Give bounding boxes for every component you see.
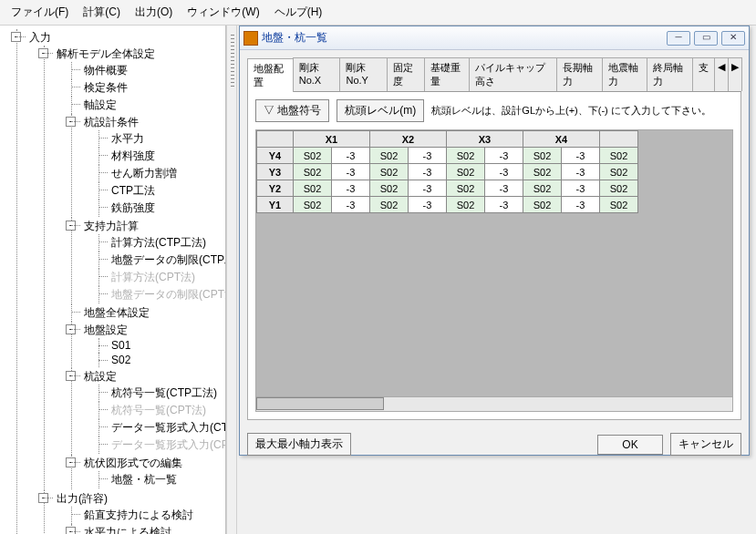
- h-scrollbar[interactable]: [255, 397, 733, 412]
- tab-scroll-left[interactable]: ◀: [714, 57, 729, 91]
- dialog: 地盤・杭一覧 ─ ▭ ✕ 地盤配置 剛床No.X 剛床No.Y 固定度 基礎重量…: [239, 26, 750, 456]
- col-x3: X3: [447, 131, 523, 148]
- tab-9[interactable]: 支: [692, 57, 715, 91]
- tab-4[interactable]: 基礎重量: [424, 57, 471, 91]
- tab-strip: 地盤配置 剛床No.X 剛床No.Y 固定度 基礎重量 パイルキャップ高さ 長期…: [247, 57, 741, 92]
- app-icon: [243, 31, 258, 46]
- tab-2[interactable]: 剛床No.Y: [339, 57, 388, 91]
- tree-pilelist2: 杭符号一覧(CPT法): [98, 402, 223, 419]
- menu-window[interactable]: ウィンドウ(W): [181, 3, 264, 22]
- menu-calc[interactable]: 計算(C): [78, 3, 126, 22]
- dialog-title: 地盤・杭一覧: [262, 30, 663, 46]
- ok-button[interactable]: OK: [597, 435, 663, 455]
- tab-7[interactable]: 地震軸力: [602, 57, 648, 91]
- maxmin-button[interactable]: 最大最小軸力表示: [247, 433, 351, 456]
- tree-hcheck[interactable]: -水平力による検討 検定表 曲げモーメント 検定表 せん断力 検定表 杭頭接合部…: [71, 524, 223, 534]
- tree-blimit2: 地盤データの制限(CPT法): [98, 286, 223, 303]
- menu-file[interactable]: ファイル(F): [5, 3, 74, 22]
- soil-sign-button[interactable]: ▽ 地盤符号: [255, 99, 329, 122]
- tab-8[interactable]: 終局軸力: [647, 57, 693, 91]
- close-button[interactable]: ✕: [721, 31, 745, 46]
- tree-ctp[interactable]: CTP工法: [98, 182, 223, 200]
- tree-hforce[interactable]: 水平力: [98, 130, 223, 148]
- menubar: ファイル(F) 計算(C) 出力(O) ウィンドウ(W) ヘルプ(H): [0, 0, 756, 26]
- menu-help[interactable]: ヘルプ(H): [269, 3, 328, 22]
- tab-1[interactable]: 剛床No.X: [293, 57, 341, 91]
- tree-bcmethod[interactable]: 計算方法(CTP工法): [98, 234, 223, 252]
- pile-level-button[interactable]: 杭頭レベル(m): [337, 99, 424, 122]
- table-row: Y3S02-3S02-3S02-3S02-3S02: [257, 164, 638, 180]
- tree-layoutedit[interactable]: -杭伏図形式での編集 地盤・杭一覧: [71, 455, 223, 489]
- tab-6[interactable]: 長期軸力: [556, 57, 603, 91]
- minimize-button[interactable]: ─: [667, 31, 690, 46]
- tree-prop[interactable]: 物件概要: [71, 62, 223, 79]
- tree-bcmethod2: 計算方法(CPT法): [98, 269, 223, 286]
- tree-dataform[interactable]: データ一覧形式入力(CTP工法): [98, 419, 223, 436]
- tree-pileset[interactable]: -杭設定 杭符号一覧(CTP工法) 杭符号一覧(CPT法) データ一覧形式入力(…: [71, 368, 223, 455]
- menu-output[interactable]: 出力(O): [129, 3, 178, 22]
- col-extra: [600, 131, 638, 148]
- tree-vert[interactable]: 鉛直支持力による検討: [71, 507, 223, 524]
- tab-5[interactable]: パイルキャップ高さ: [469, 57, 557, 91]
- tree-soilall[interactable]: 地盤全体設定: [71, 304, 223, 322]
- col-x2: X2: [370, 131, 447, 148]
- maximize-button[interactable]: ▭: [694, 31, 718, 46]
- hint-text: 杭頭レベルは、設計GLから上(+)、下(-) にて入力して下さい。: [431, 104, 710, 118]
- col-x4: X4: [523, 131, 600, 148]
- table-row: Y1S02-3S02-3S02-3S02-3S02: [257, 197, 638, 213]
- tree-outallow[interactable]: -出力(許容) 鉛直支持力による検討 -水平力による検討 検定表 曲げモーメント…: [44, 490, 223, 534]
- tree-cond[interactable]: 検定条件: [71, 79, 223, 97]
- tree-s02[interactable]: S02: [98, 353, 223, 367]
- tab-content: ▽ 地盤符号 杭頭レベル(m) 杭頭レベルは、設計GLから上(+)、下(-) に…: [247, 92, 741, 420]
- table-row: Y2S02-3S02-3S02-3S02-3S02: [257, 180, 638, 197]
- tree-soilpile[interactable]: 地盤・杭一覧: [98, 471, 223, 488]
- tree-model[interactable]: -解析モデル全体設定 物件概要 検定条件 軸設定 -杭設計条件 水平力 材料強度…: [44, 46, 223, 490]
- tree-rebar[interactable]: 鉄筋強度: [98, 200, 223, 217]
- tree-mat[interactable]: 材料強度: [98, 148, 223, 165]
- tree-pilecond[interactable]: -杭設計条件 水平力 材料強度 せん断力割増 CTP工法 鉄筋強度: [71, 114, 223, 218]
- tree-pilelist[interactable]: 杭符号一覧(CTP工法): [98, 385, 223, 402]
- tab-0[interactable]: 地盤配置: [247, 58, 294, 92]
- col-x1: X1: [294, 131, 370, 148]
- cancel-button[interactable]: キャンセル: [670, 433, 741, 456]
- tree-blimit[interactable]: 地盤データの制限(CTP工法): [98, 252, 223, 269]
- splitter[interactable]: [226, 26, 237, 534]
- table-row: Y4S02-3S02-3S02-3S02-3S02: [257, 148, 638, 164]
- titlebar: 地盤・杭一覧 ─ ▭ ✕: [240, 26, 749, 50]
- grid-table[interactable]: X1 X2 X3 X4 Y4S02-3S02-3S02-3S02-3S02 Y3…: [256, 130, 638, 213]
- tree-panel: -入力 -解析モデル全体設定 物件概要 検定条件 軸設定 -杭設計条件 水平力 …: [0, 26, 226, 534]
- tree-dataform2: データ一覧形式入力(CPT法): [98, 436, 223, 454]
- tree-shear[interactable]: せん断力割増: [98, 165, 223, 182]
- tab-scroll-right[interactable]: ▶: [728, 57, 742, 91]
- tree-soilset[interactable]: -地盤設定 S01 S02: [71, 322, 223, 368]
- tree-root[interactable]: -入力 -解析モデル全体設定 物件概要 検定条件 軸設定 -杭設計条件 水平力 …: [16, 29, 223, 534]
- grid-wrap: X1 X2 X3 X4 Y4S02-3S02-3S02-3S02-3S02 Y3…: [255, 129, 733, 397]
- tree-bearing[interactable]: -支持力計算 計算方法(CTP工法) 地盤データの制限(CTP工法) 計算方法(…: [71, 218, 223, 304]
- tab-3[interactable]: 固定度: [387, 57, 425, 91]
- tree-s01[interactable]: S01: [98, 338, 223, 353]
- tree-axis[interactable]: 軸設定: [71, 97, 223, 114]
